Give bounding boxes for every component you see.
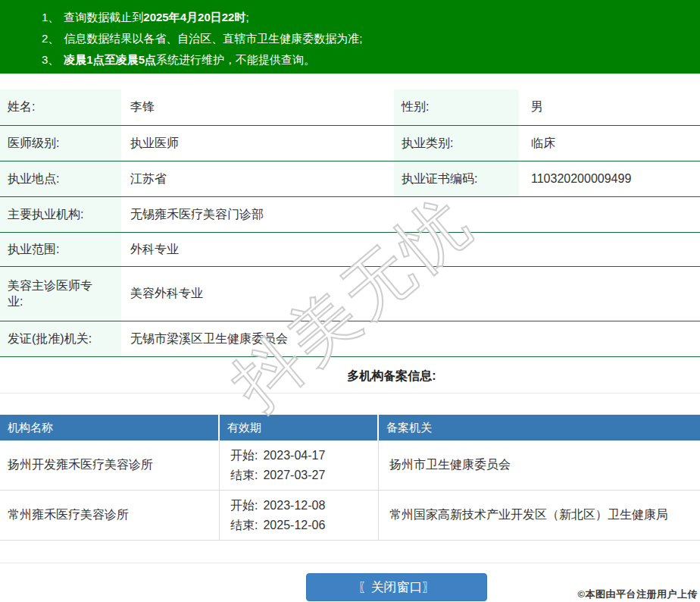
notice-text-bold: 凌晨1点至凌晨5点 <box>64 53 156 66</box>
field-label-practice-category: 执业类别: <box>394 126 519 161</box>
multi-org-registration-heading: 多机构备案信息: <box>42 368 700 384</box>
notice-text: 查询数据截止到 <box>64 11 143 24</box>
field-value-gender: 男 <box>519 89 700 125</box>
start-date: 2023-12-08 <box>263 499 325 512</box>
field-value-certificate-number: 110320200009499 <box>519 161 700 196</box>
notice-banner: 1、查询数据截止到2025年4月20日22时; 2、信息数据结果以各省、自治区、… <box>0 0 700 74</box>
practitioner-query-result-page: 1、查询数据截止到2025年4月20日22时; 2、信息数据结果以各省、自治区、… <box>0 0 700 602</box>
info-row-name-gender: 姓名: 李锋 性别: 男 <box>0 89 700 126</box>
end-label: 结束: <box>230 469 258 481</box>
info-row-main-institution: 主要执业机构: 无锡雍禾医疗美容门诊部 <box>0 197 700 233</box>
table-row: 常州雍禾医疗美容诊所 开始:2023-12-08 结束:2025-12-06 常… <box>0 491 700 541</box>
field-label-cosmetic-specialty: 美容主诊医师专业: <box>0 267 121 321</box>
field-value-cosmetic-specialty: 美容外科专业 <box>121 267 700 321</box>
validity-start: 开始:2023-12-08 <box>230 496 378 516</box>
field-label-practice-scope: 执业范围: <box>0 233 121 266</box>
notice-text: ; <box>245 11 248 24</box>
cell-registration-authority: 扬州市卫生健康委员会 <box>379 441 700 490</box>
field-label-certificate-number: 执业证书编码: <box>394 161 519 196</box>
practitioner-info-table: 姓名: 李锋 性别: 男 医师级别: 执业医师 执业类别: 临床 执业地点: 江… <box>0 89 700 357</box>
end-date: 2027-03-27 <box>263 469 325 481</box>
end-label: 结束: <box>230 519 258 531</box>
notice-line: 1、查询数据截止到2025年4月20日22时; <box>42 7 692 28</box>
field-label-name: 姓名: <box>0 89 121 125</box>
field-label-doctor-level: 医师级别: <box>0 126 121 161</box>
info-row-cosmetic-specialty: 美容主诊医师专业: 美容外科专业 <box>0 267 700 321</box>
separator-line <box>0 393 700 393</box>
cell-org-name: 扬州开发雍禾医疗美容诊所 <box>0 441 220 490</box>
notice-text: 系统进行维护，不能提供查询。 <box>156 53 315 66</box>
multi-org-registration-table: 机构名称 有效期 备案机关 扬州开发雍禾医疗美容诊所 开始:2023-04-17… <box>0 415 700 541</box>
field-value-practice-scope: 外科专业 <box>121 233 700 266</box>
table-row: 扬州开发雍禾医疗美容诊所 开始:2023-04-17 结束:2027-03-27… <box>0 441 700 491</box>
separator-line <box>0 563 700 563</box>
registration-table-header: 机构名称 有效期 备案机关 <box>0 415 700 441</box>
validity-end: 结束:2025-12-06 <box>230 516 378 535</box>
info-row-location-certificate: 执业地点: 江苏省 执业证书编码: 110320200009499 <box>0 161 700 197</box>
notice-line: 3、凌晨1点至凌晨5点系统进行维护，不能提供查询。 <box>42 49 692 71</box>
cell-org-name: 常州雍禾医疗美容诊所 <box>0 491 220 540</box>
start-date: 2023-04-17 <box>263 449 325 462</box>
field-value-name: 李锋 <box>121 89 394 125</box>
cell-registration-authority: 常州国家高新技术产业开发区（新北区）卫生健康局 <box>379 491 700 540</box>
column-header-org-name: 机构名称 <box>0 415 220 441</box>
notice-number: 3、 <box>42 53 59 66</box>
validity-end: 结束:2027-03-27 <box>230 466 378 485</box>
notice-text: 信息数据结果以各省、自治区、直辖市卫生健康委数据为准; <box>64 32 362 45</box>
column-header-validity: 有效期 <box>220 415 379 441</box>
field-label-gender: 性别: <box>394 89 519 125</box>
notice-number: 1、 <box>42 11 59 24</box>
close-window-button[interactable]: 〖关闭窗口〗 <box>306 573 487 601</box>
cell-validity: 开始:2023-04-17 结束:2027-03-27 <box>220 441 379 490</box>
field-value-issuing-authority: 无锡市梁溪区卫生健康委员会 <box>121 321 700 356</box>
notice-line: 2、信息数据结果以各省、自治区、直辖市卫生健康委数据为准; <box>42 28 692 49</box>
upload-credit-text: ©本图由平台注册用户上传 <box>577 588 698 601</box>
notice-text-bold: 2025年4月20日22时 <box>143 11 245 24</box>
field-label-main-institution: 主要执业机构: <box>0 197 121 232</box>
validity-start: 开始:2023-04-17 <box>230 446 378 466</box>
field-value-practice-category: 临床 <box>519 126 700 161</box>
info-row-practice-scope: 执业范围: 外科专业 <box>0 233 700 267</box>
info-row-level-category: 医师级别: 执业医师 执业类别: 临床 <box>0 126 700 161</box>
field-label-practice-location: 执业地点: <box>0 161 121 196</box>
notice-number: 2、 <box>42 32 59 45</box>
start-label: 开始: <box>230 449 258 462</box>
field-value-doctor-level: 执业医师 <box>121 126 394 161</box>
cell-validity: 开始:2023-12-08 结束:2025-12-06 <box>220 491 379 540</box>
start-label: 开始: <box>230 499 258 512</box>
end-date: 2025-12-06 <box>263 519 325 531</box>
field-label-issuing-authority: 发证(批准)机关: <box>0 321 121 356</box>
field-value-main-institution: 无锡雍禾医疗美容门诊部 <box>121 197 700 232</box>
field-value-practice-location: 江苏省 <box>121 161 394 196</box>
column-header-registration-authority: 备案机关 <box>379 415 700 441</box>
info-row-issuing-authority: 发证(批准)机关: 无锡市梁溪区卫生健康委员会 <box>0 321 700 357</box>
